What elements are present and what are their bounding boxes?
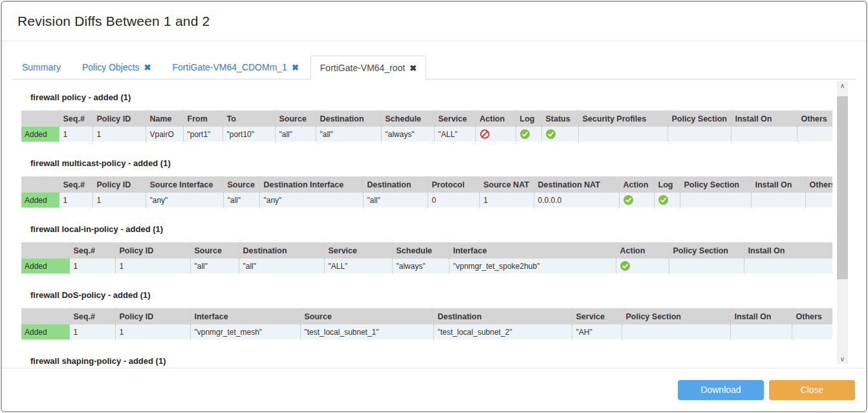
- column-header: Destination: [433, 308, 572, 324]
- column-header: Name: [146, 111, 183, 127]
- diff-sections[interactable]: firewall policy - added (1)Seq.#Policy I…: [2, 79, 866, 368]
- deny-circle-icon: [480, 129, 490, 139]
- table-cell: "always": [381, 127, 434, 142]
- check-circle-icon: [546, 129, 556, 139]
- column-header: [21, 308, 69, 324]
- diff-section: firewall multicast-policy - added (1)Seq…: [21, 158, 866, 207]
- column-header: Source: [190, 242, 239, 259]
- tabs-bar: Summary Policy Objects✖ FortiGate-VM64_C…: [12, 56, 856, 79]
- dialog-header: Revision Diffs Between 1 and 2: [2, 2, 866, 41]
- tab-fortigate-vm64-root[interactable]: FortiGate-VM64_root✖: [310, 56, 426, 79]
- section-title: firewall DoS-policy - added (1): [21, 290, 866, 300]
- column-header: Source: [300, 308, 433, 324]
- table-cell: [578, 127, 667, 142]
- table-cell: 1: [92, 127, 146, 142]
- dialog-footer: Download Close: [2, 368, 866, 411]
- scrollbar-thumb[interactable]: [837, 96, 848, 279]
- scroll-up-icon[interactable]: ∧: [837, 81, 848, 90]
- column-header: Schedule: [381, 111, 434, 127]
- column-header: Install On: [744, 242, 832, 259]
- tab-label: FortiGate-VM64_CDOMm_1: [173, 62, 287, 72]
- table-cell: [744, 259, 832, 273]
- table-cell: VpairO: [146, 127, 183, 142]
- section-title: firewall multicast-policy - added (1): [21, 158, 866, 168]
- table-cell: "any": [259, 193, 363, 207]
- tab-content: firewall policy - added (1)Seq.#Policy I…: [2, 79, 866, 368]
- revision-diffs-dialog: Revision Diffs Between 1 and 2 Summary P…: [1, 1, 867, 412]
- table-cell: [751, 193, 805, 207]
- tab-close-icon[interactable]: ✖: [409, 63, 417, 73]
- column-header: Install On: [730, 308, 792, 324]
- column-header: Interface: [190, 308, 300, 324]
- table-cell: [654, 193, 680, 207]
- tab-summary[interactable]: Summary: [12, 55, 71, 79]
- table-cell: "all": [190, 259, 239, 273]
- table-cell: "always": [392, 259, 449, 273]
- column-header: Others: [792, 308, 832, 324]
- column-header: Policy Section: [667, 111, 731, 127]
- tab-label: Policy Objects: [82, 62, 140, 72]
- tab-policy-objects[interactable]: Policy Objects✖: [72, 55, 161, 79]
- download-button[interactable]: Download: [678, 380, 764, 400]
- table-cell: "vpnmgr_tet_mesh": [190, 324, 300, 339]
- column-header: Install On: [731, 111, 797, 127]
- added-tag-cell: Added: [21, 259, 69, 273]
- tab-fortigate-vm64-cdomm-1[interactable]: FortiGate-VM64_CDOMm_1✖: [163, 55, 309, 79]
- column-header: Policy Section: [622, 308, 730, 324]
- table-row: Added11"any""all""any""all"010.0.0.0: [21, 193, 832, 207]
- column-header: Status: [541, 111, 578, 127]
- table-cell: "all": [363, 193, 428, 207]
- column-header: Schedule: [392, 242, 449, 259]
- table-cell: [805, 193, 832, 207]
- column-header: Others: [797, 111, 832, 127]
- column-header: Seq.#: [69, 308, 115, 324]
- section-title: firewall policy - added (1): [21, 92, 866, 102]
- table-cell: 1: [92, 193, 146, 207]
- column-header: Seq.#: [69, 242, 115, 259]
- column-header: Policy ID: [115, 308, 190, 324]
- column-header: Policy ID: [115, 242, 190, 259]
- vertical-scrollbar[interactable]: ∧ ∨: [837, 81, 848, 364]
- tab-label: Summary: [22, 62, 61, 72]
- column-header: Action: [616, 242, 669, 259]
- table-cell: "all": [239, 259, 324, 273]
- diff-section: firewall policy - added (1)Seq.#Policy I…: [21, 92, 866, 142]
- column-header: Log: [654, 176, 680, 193]
- table-cell: 1: [59, 127, 92, 142]
- tab-close-icon[interactable]: ✖: [144, 63, 151, 72]
- column-header: Action: [619, 176, 654, 193]
- column-header: Source Interface: [146, 176, 223, 193]
- check-circle-icon: [520, 129, 530, 139]
- table-cell: 1: [479, 193, 534, 207]
- table-cell: "all": [223, 193, 259, 207]
- column-header: Source NAT: [479, 176, 534, 193]
- column-header: Destination: [363, 176, 428, 193]
- table-cell: [619, 193, 654, 207]
- table-cell: "any": [146, 193, 223, 207]
- table-cell: [792, 324, 832, 339]
- column-header: To: [222, 111, 275, 127]
- column-header: Destination: [316, 111, 381, 127]
- tab-close-icon[interactable]: ✖: [292, 63, 299, 72]
- column-header: Interface: [449, 242, 616, 259]
- scroll-down-icon[interactable]: ∨: [837, 354, 848, 364]
- tabs-strip: Summary Policy Objects✖ FortiGate-VM64_C…: [2, 41, 866, 79]
- column-header: Destination NAT: [534, 176, 619, 193]
- column-header: Destination Interface: [259, 176, 363, 193]
- tab-label: FortiGate-VM64_root: [320, 63, 406, 73]
- check-circle-icon: [658, 195, 668, 205]
- table-row: Added11VpairO"port1""port10""all""all""a…: [21, 127, 832, 142]
- table-cell: "AH": [572, 324, 622, 339]
- table-cell: 1: [69, 324, 115, 339]
- table-cell: [622, 324, 730, 339]
- added-tag-cell: Added: [21, 193, 59, 207]
- column-header: Log: [515, 111, 541, 127]
- close-button[interactable]: Close: [769, 380, 855, 400]
- column-header: Service: [324, 242, 392, 259]
- table-cell: "all": [316, 127, 381, 142]
- table-cell: [680, 193, 751, 207]
- column-header: Policy Section: [669, 242, 744, 259]
- diff-table: Seq.#Policy IDNameFromToSourceDestinatio…: [21, 111, 832, 142]
- table-cell: [797, 127, 832, 142]
- table-cell: 1: [115, 324, 190, 339]
